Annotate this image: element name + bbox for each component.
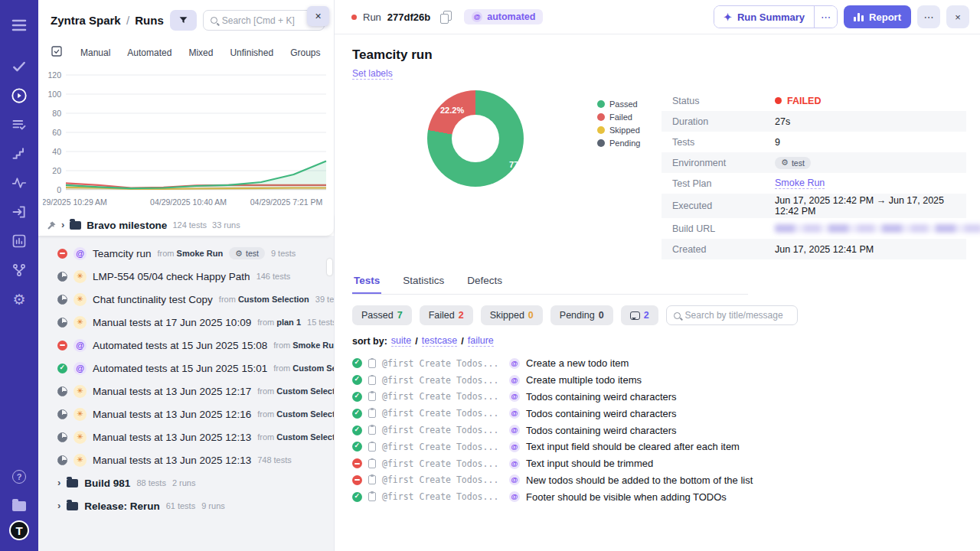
run-list-item[interactable]: @✳ Manual tests at 17 Jun 2025 10:09 fro… (38, 311, 334, 334)
legend-item[interactable]: Passed (597, 99, 640, 109)
run-summary-more-button[interactable]: ⋯ (814, 6, 837, 28)
chevron-right-icon[interactable]: › (57, 500, 60, 511)
run-name[interactable]: Manual tests at 13 Jun 2025 12:13 (93, 455, 251, 466)
test-plan-link[interactable]: Smoke Run (775, 178, 825, 189)
test-result-row[interactable]: @first Create Todos... @ Todos containin… (352, 405, 966, 422)
run-name[interactable]: Automated tests at 15 Jun 2025 15:01 (93, 363, 267, 374)
run-list-item[interactable]: @✳ Manual tests at 13 Jun 2025 12:13 fro… (38, 425, 334, 448)
test-result-row[interactable]: @first Create Todos... @ New todos shoul… (352, 472, 966, 489)
tests-search-input[interactable] (685, 310, 790, 321)
run-list-item[interactable]: @✳ Automated tests at 15 Jun 2025 15:01 … (38, 357, 334, 380)
run-name[interactable]: Manual tests at 13 Jun 2025 12:16 (93, 409, 251, 420)
copy-run-id-button[interactable] (438, 9, 453, 24)
test-suite[interactable]: @first Create Todos... (382, 408, 503, 419)
test-title[interactable]: Text input field should be cleared after… (526, 441, 740, 452)
test-suite[interactable]: @first Create Todos... (382, 358, 503, 369)
settings-gear-icon[interactable]: ⚙ (6, 286, 32, 312)
group-name[interactable]: Build 981 (84, 478, 130, 489)
run-list-item[interactable]: @✳ LMP-554 05/04 check Happy Path from ⚙… (38, 265, 334, 288)
close-run-button[interactable]: × (946, 5, 969, 28)
test-title[interactable]: Todos containing weird characters (526, 408, 677, 419)
run-name[interactable]: Manual tests at 17 Jun 2025 10:09 (93, 317, 251, 328)
run-list-item[interactable]: @✳ Manual tests at 13 Jun 2025 12:13 fro… (38, 448, 334, 471)
test-suite[interactable]: @first Create Todos... (382, 474, 503, 485)
run-group-row[interactable]: › Release: Rerun 61 tests 9 runs (38, 494, 334, 517)
branch-icon[interactable] (6, 257, 32, 283)
pulse-icon[interactable] (6, 170, 32, 196)
test-result-row[interactable]: @first Create Todos... @ Todos containin… (352, 422, 966, 439)
build-url-blurred[interactable] (775, 224, 980, 233)
legend-item[interactable]: Failed (597, 112, 640, 122)
run-name[interactable]: LMP-554 05/04 check Happy Path (93, 271, 250, 282)
results-tab[interactable]: Tests (352, 272, 381, 294)
test-plans-icon[interactable] (6, 112, 32, 138)
test-suite[interactable]: @first Create Todos... (382, 375, 503, 386)
sort-by-failure[interactable]: failure (468, 335, 494, 347)
panel-close-button[interactable]: × (307, 6, 329, 26)
run-list-item[interactable]: @✳ Manual tests at 13 Jun 2025 12:16 fro… (38, 403, 334, 425)
test-title[interactable]: New todos should be added to the bottom … (526, 474, 753, 486)
results-tab[interactable]: Statistics (401, 272, 446, 294)
run-filter-tab[interactable]: Automated (119, 44, 180, 61)
run-filter-tab[interactable]: Unfinished (221, 44, 282, 61)
test-suite[interactable]: @first Create Todos... (382, 458, 503, 469)
set-labels-link[interactable]: Set labels (352, 68, 393, 80)
scrollbar-thumb[interactable] (327, 259, 332, 276)
test-suite[interactable]: @first Create Todos... (382, 491, 503, 502)
run-list-item[interactable]: @✳ Teamcity run from Smoke Run ⚙test 9 t… (38, 242, 334, 265)
tests-icon[interactable] (6, 54, 32, 80)
breadcrumb-project[interactable]: Zyntra Spark (51, 14, 121, 27)
status-filter-chip[interactable]: Failed 2 (420, 305, 473, 325)
test-result-row[interactable]: @first Create Todos... @ Text input shou… (352, 455, 966, 472)
milestones-icon[interactable] (6, 141, 32, 167)
status-filter-chip[interactable]: Skipped 0 (481, 305, 543, 325)
run-filter-tab[interactable]: Manual (72, 44, 119, 61)
status-filter-chip[interactable]: Pending 0 (550, 305, 613, 325)
pin-icon[interactable] (47, 221, 56, 230)
test-title[interactable]: Create multiple todo items (526, 374, 642, 386)
test-suite[interactable]: @first Create Todos... (382, 391, 503, 402)
run-group-row[interactable]: › Build 981 88 tests 2 runs (38, 471, 334, 494)
test-title[interactable]: Footer should be visible when adding TOD… (526, 491, 727, 503)
run-list-item[interactable]: @✳ Automated tests at 15 Jun 2025 15:08 … (38, 334, 334, 357)
test-title[interactable]: Todos containing weird characters (526, 391, 677, 403)
more-options-button[interactable]: ⋯ (917, 5, 940, 28)
run-name[interactable]: Chat functinality test Copy (93, 294, 213, 305)
test-result-row[interactable]: @first Create Todos... @ Text input fiel… (352, 439, 966, 455)
sort-by-suite[interactable]: suite (391, 335, 411, 347)
run-name[interactable]: Teamcity run (93, 248, 152, 259)
runs-search-input[interactable] (222, 15, 317, 26)
test-title[interactable]: Text input should be trimmed (526, 458, 653, 469)
report-button[interactable]: Report (844, 5, 911, 28)
test-result-row[interactable]: @first Create Todos... @ Create multiple… (352, 372, 966, 389)
run-summary-button[interactable]: ✦ Run Summary (714, 6, 814, 28)
test-result-row[interactable]: @first Create Todos... @ Todos containin… (352, 389, 966, 406)
milestone-name[interactable]: Bravo milestone (87, 220, 167, 231)
select-checkbox-icon[interactable] (51, 45, 63, 60)
test-title[interactable]: Todos containing weird characters (526, 425, 677, 436)
chevron-right-icon[interactable]: › (57, 477, 60, 488)
run-filter-tab[interactable]: Groups (282, 44, 328, 61)
test-suite[interactable]: @first Create Todos... (382, 425, 503, 435)
tests-search[interactable] (666, 305, 798, 325)
analytics-icon[interactable] (6, 228, 32, 254)
chevron-right-icon[interactable]: › (61, 219, 64, 230)
filter-button[interactable] (170, 10, 197, 31)
run-name[interactable]: Automated tests at 15 Jun 2025 15:08 (93, 340, 267, 351)
test-suite[interactable]: @first Create Todos... (382, 442, 503, 452)
run-filter-tab[interactable]: Mixed (180, 44, 221, 61)
legend-item[interactable]: Skipped (597, 126, 640, 135)
test-title[interactable]: Create a new todo item (526, 357, 629, 369)
runs-icon[interactable] (6, 83, 32, 109)
run-name[interactable]: Manual tests at 13 Jun 2025 12:17 (93, 386, 251, 397)
run-name[interactable]: Manual tests at 13 Jun 2025 12:13 (93, 432, 251, 443)
status-filter-chip[interactable]: 2 (621, 305, 658, 325)
test-result-row[interactable]: @first Create Todos... @ Footer should b… (352, 488, 966, 505)
run-list-item[interactable]: @✳ Manual tests at 13 Jun 2025 12:17 fro… (38, 380, 334, 403)
import-icon[interactable] (6, 199, 32, 225)
sort-by-testcase[interactable]: testcase (422, 335, 458, 347)
help-icon[interactable]: ? (6, 464, 32, 490)
results-tab[interactable]: Defects (466, 272, 504, 294)
test-result-row[interactable]: @first Create Todos... @ Create a new to… (352, 355, 966, 372)
automated-badge[interactable]: @ automated (464, 9, 543, 24)
